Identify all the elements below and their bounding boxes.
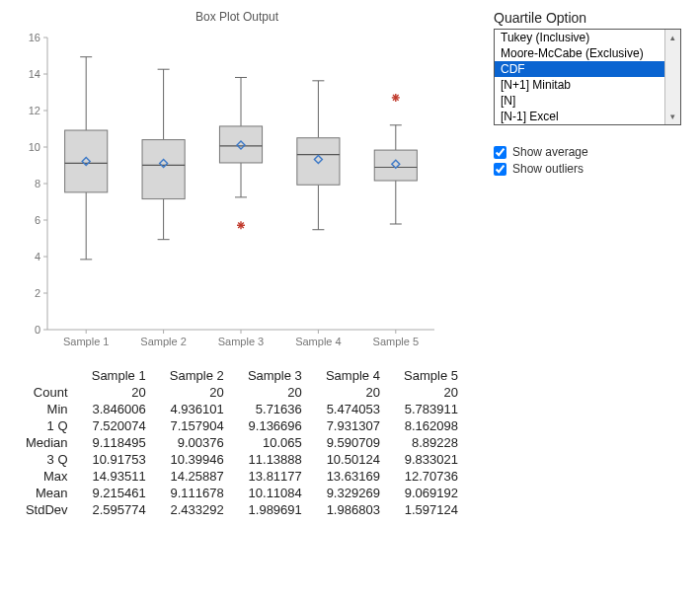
stats-cell: 12.70736 — [386, 468, 464, 485]
stats-cell: 13.63169 — [308, 468, 386, 485]
svg-rect-64 — [374, 150, 417, 181]
show-average-checkbox[interactable]: Show average — [494, 145, 681, 159]
svg-text:14: 14 — [29, 68, 40, 80]
stats-cell: 8.162098 — [386, 417, 464, 434]
listbox-scrollbar[interactable]: ▴ ▾ — [664, 30, 680, 124]
stats-cell: 9.00376 — [152, 434, 230, 451]
stats-cell: 8.89228 — [386, 434, 464, 451]
stats-cell: 10.065 — [230, 434, 308, 451]
quartile-option-item[interactable]: [N] — [495, 93, 664, 109]
stats-col-header: Sample 4 — [308, 367, 386, 384]
stats-row-header: Min — [10, 401, 74, 417]
stats-col-header: Sample 3 — [230, 367, 308, 384]
show-average-input[interactable] — [494, 146, 506, 159]
stats-cell: 5.783911 — [386, 401, 464, 417]
stats-row-header: Count — [10, 384, 74, 401]
stats-cell: 14.93511 — [74, 468, 152, 485]
svg-rect-24 — [65, 130, 108, 192]
svg-text:10: 10 — [29, 141, 40, 153]
quartile-option-item[interactable]: [N+1] Minitab — [495, 77, 664, 93]
stats-cell: 10.39946 — [152, 451, 230, 468]
stats-cell: 1.597124 — [386, 501, 464, 518]
stats-cell: 10.50124 — [308, 451, 386, 468]
svg-text:Sample 5: Sample 5 — [373, 336, 419, 347]
svg-text:4: 4 — [35, 251, 40, 263]
stats-cell: 20 — [386, 384, 464, 401]
stats-cell: 20 — [74, 384, 152, 401]
svg-rect-55 — [297, 138, 340, 186]
stats-cell: 20 — [308, 384, 386, 401]
stats-cell: 7.931307 — [308, 417, 386, 434]
stats-row-header: StdDev — [10, 501, 74, 518]
show-outliers-checkbox[interactable]: Show outliers — [494, 162, 681, 176]
stats-cell: 3.846006 — [74, 401, 152, 417]
stats-cell: 10.91753 — [74, 451, 152, 468]
show-outliers-input[interactable] — [494, 163, 506, 176]
svg-text:Sample 1: Sample 1 — [63, 336, 109, 347]
stats-cell: 5.474053 — [308, 401, 386, 417]
svg-text:Sample 4: Sample 4 — [295, 336, 341, 347]
stats-cell: 1.986803 — [308, 501, 386, 518]
stats-cell: 5.71636 — [230, 401, 308, 417]
svg-text:16: 16 — [29, 32, 40, 43]
stats-cell: 1.989691 — [230, 501, 308, 518]
stats-cell: 7.520074 — [74, 417, 152, 434]
stats-cell: 9.136696 — [230, 417, 308, 434]
quartile-option-item[interactable]: CDF — [495, 61, 664, 77]
scroll-up-icon[interactable]: ▴ — [665, 30, 680, 45]
scroll-down-icon[interactable]: ▾ — [665, 109, 680, 124]
stats-cell: 14.25887 — [152, 468, 230, 485]
quartile-option-label: Quartile Option — [494, 10, 681, 26]
stats-row-header: 1 Q — [10, 417, 74, 434]
stats-cell: 13.81177 — [230, 468, 308, 485]
stats-cell: 9.329269 — [308, 485, 386, 501]
stats-cell: 9.069192 — [386, 485, 464, 501]
svg-rect-33 — [142, 140, 185, 199]
svg-text:0: 0 — [35, 324, 40, 336]
stats-cell: 9.833021 — [386, 451, 464, 468]
stats-cell: 10.11084 — [230, 485, 308, 501]
stats-cell: 2.595774 — [74, 501, 152, 518]
svg-rect-42 — [219, 126, 262, 163]
quartile-option-item[interactable]: Moore-McCabe (Exclusive) — [495, 45, 664, 61]
stats-cell: 11.13888 — [230, 451, 308, 468]
stats-cell: 9.111678 — [152, 485, 230, 501]
stats-cell: 20 — [152, 384, 230, 401]
svg-text:Sample 2: Sample 2 — [140, 336, 186, 347]
stats-cell: 9.118495 — [74, 434, 152, 451]
svg-text:2: 2 — [35, 287, 40, 299]
quartile-option-item[interactable]: Tukey (Inclusive) — [495, 30, 664, 45]
stats-col-header: Sample 2 — [152, 367, 230, 384]
stats-cell: 20 — [230, 384, 308, 401]
svg-text:8: 8 — [35, 178, 40, 189]
stats-cell: 4.936101 — [152, 401, 230, 417]
boxplot-chart: 0246810121416Sample 1Sample 2Sample 3Sam… — [10, 30, 444, 355]
svg-text:6: 6 — [35, 214, 40, 226]
stats-cell: 2.433292 — [152, 501, 230, 518]
show-outliers-label: Show outliers — [512, 162, 583, 176]
stats-table: Sample 1Sample 2Sample 3Sample 4Sample 5… — [10, 367, 464, 518]
stats-cell: 9.215461 — [74, 485, 152, 501]
stats-col-header: Sample 1 — [74, 367, 152, 384]
show-average-label: Show average — [512, 145, 588, 159]
chart-title: Box Plot Output — [10, 10, 464, 24]
stats-row-header: Max — [10, 468, 74, 485]
svg-text:Sample 3: Sample 3 — [218, 336, 264, 347]
quartile-option-item[interactable]: [N-1] Excel — [495, 109, 664, 124]
stats-row-header: Median — [10, 434, 74, 451]
stats-row-header: 3 Q — [10, 451, 74, 468]
stats-col-header: Sample 5 — [386, 367, 464, 384]
stats-cell: 9.590709 — [308, 434, 386, 451]
stats-cell: 7.157904 — [152, 417, 230, 434]
svg-text:12: 12 — [29, 105, 40, 116]
quartile-option-listbox[interactable]: Tukey (Inclusive)Moore-McCabe (Exclusive… — [494, 29, 681, 125]
stats-row-header: Mean — [10, 485, 74, 501]
